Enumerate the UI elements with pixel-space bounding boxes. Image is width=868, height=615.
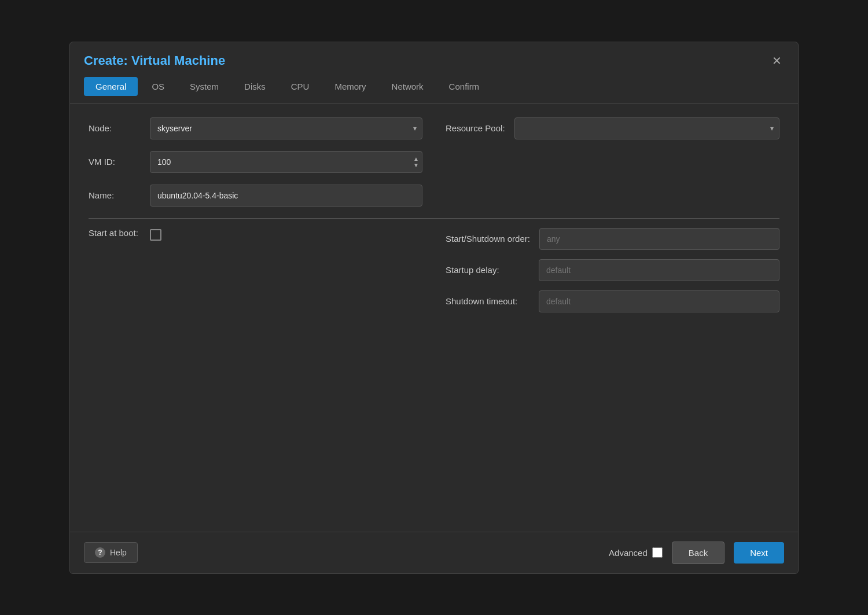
startup-delay-label: Startup delay: (446, 265, 529, 275)
node-row: Node: skyserver ▾ (89, 117, 422, 139)
vmid-spinner-wrapper: ▲ ▼ (150, 151, 422, 173)
dialog-title: Create: Virtual Machine (84, 53, 225, 68)
back-button[interactable]: Back (672, 542, 724, 564)
tab-memory[interactable]: Memory (323, 77, 377, 96)
name-input[interactable] (150, 185, 422, 207)
vmid-label: VM ID: (89, 157, 141, 167)
resource-pool-row: Resource Pool: ▾ (446, 117, 779, 139)
advanced-checkbox[interactable] (652, 547, 663, 558)
tab-os[interactable]: OS (140, 77, 176, 96)
tab-confirm[interactable]: Confirm (437, 77, 491, 96)
node-select[interactable]: skyserver (150, 117, 422, 139)
boot-right-section: Start/Shutdown order: Startup delay: Shu… (446, 228, 779, 312)
startup-delay-input[interactable] (539, 259, 779, 281)
resource-pool-select[interactable] (514, 117, 779, 139)
shutdown-timeout-input[interactable] (539, 290, 779, 312)
vmid-spinner-arrows[interactable]: ▲ ▼ (413, 156, 419, 168)
start-at-boot-row: Start at boot: (89, 228, 422, 312)
node-label: Node: (89, 123, 141, 133)
dialog-footer: ? Help Advanced Back Next (70, 532, 798, 573)
shutdown-timeout-row: Shutdown timeout: (446, 290, 779, 312)
dialog-header: Create: Virtual Machine ✕ (70, 42, 798, 69)
help-icon: ? (95, 547, 105, 558)
name-label: Name: (89, 190, 141, 200)
help-button[interactable]: ? Help (84, 542, 138, 563)
advanced-text: Advanced (609, 548, 648, 558)
next-button[interactable]: Next (734, 542, 784, 564)
tab-bar: General OS System Disks CPU Memory Netwo… (70, 69, 798, 96)
close-button[interactable]: ✕ (770, 53, 784, 69)
help-label: Help (110, 548, 127, 557)
top-form-section: Node: skyserver ▾ Resource Pool: ▾ (89, 117, 779, 207)
start-shutdown-label: Start/Shutdown order: (446, 234, 530, 244)
resource-pool-select-wrapper: ▾ (514, 117, 779, 139)
start-shutdown-input[interactable] (539, 228, 779, 250)
tab-general[interactable]: General (84, 77, 138, 96)
tab-system[interactable]: System (178, 77, 230, 96)
vmid-row: VM ID: ▲ ▼ (89, 151, 422, 173)
footer-right: Advanced Back Next (609, 542, 784, 564)
section-divider (89, 218, 779, 219)
advanced-label: Advanced (609, 547, 663, 558)
tab-cpu[interactable]: CPU (279, 77, 321, 96)
resource-pool-label: Resource Pool: (446, 123, 505, 133)
startup-delay-row: Startup delay: (446, 259, 779, 281)
start-at-boot-checkbox[interactable] (150, 229, 161, 241)
content-area: Node: skyserver ▾ Resource Pool: ▾ (70, 103, 798, 532)
start-at-boot-label: Start at boot: (89, 228, 141, 238)
tab-disks[interactable]: Disks (233, 77, 277, 96)
start-shutdown-row: Start/Shutdown order: (446, 228, 779, 250)
vmid-input[interactable] (150, 151, 422, 173)
shutdown-timeout-label: Shutdown timeout: (446, 296, 529, 306)
create-vm-dialog: Create: Virtual Machine ✕ General OS Sys… (69, 42, 799, 574)
boot-section: Start at boot: Start/Shutdown order: Sta… (89, 228, 779, 312)
tab-network[interactable]: Network (380, 77, 435, 96)
name-row: Name: (89, 185, 422, 207)
node-select-wrapper: skyserver ▾ (150, 117, 422, 139)
